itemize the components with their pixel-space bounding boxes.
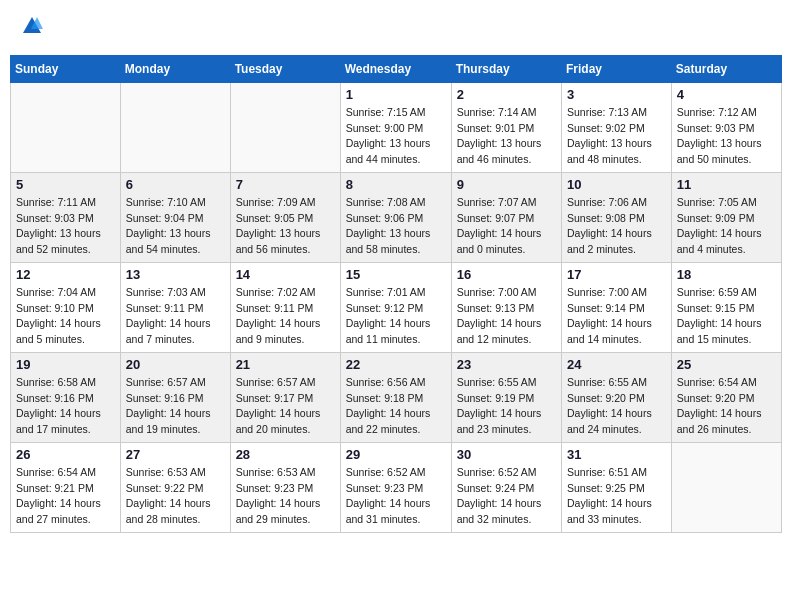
calendar-cell: 6Sunrise: 7:10 AMSunset: 9:04 PMDaylight… bbox=[120, 172, 230, 262]
calendar-cell: 9Sunrise: 7:07 AMSunset: 9:07 PMDaylight… bbox=[451, 172, 561, 262]
day-number: 7 bbox=[236, 177, 335, 192]
calendar-week-row: 1Sunrise: 7:15 AMSunset: 9:00 PMDaylight… bbox=[11, 82, 782, 172]
day-info: Sunrise: 7:04 AMSunset: 9:10 PMDaylight:… bbox=[16, 285, 115, 348]
calendar-cell: 16Sunrise: 7:00 AMSunset: 9:13 PMDayligh… bbox=[451, 262, 561, 352]
day-number: 4 bbox=[677, 87, 776, 102]
calendar-cell: 12Sunrise: 7:04 AMSunset: 9:10 PMDayligh… bbox=[11, 262, 121, 352]
day-number: 14 bbox=[236, 267, 335, 282]
calendar-week-row: 5Sunrise: 7:11 AMSunset: 9:03 PMDaylight… bbox=[11, 172, 782, 262]
day-info: Sunrise: 6:52 AMSunset: 9:24 PMDaylight:… bbox=[457, 465, 556, 528]
day-number: 10 bbox=[567, 177, 666, 192]
day-number: 18 bbox=[677, 267, 776, 282]
day-info: Sunrise: 7:06 AMSunset: 9:08 PMDaylight:… bbox=[567, 195, 666, 258]
day-info: Sunrise: 6:52 AMSunset: 9:23 PMDaylight:… bbox=[346, 465, 446, 528]
day-info: Sunrise: 6:54 AMSunset: 9:20 PMDaylight:… bbox=[677, 375, 776, 438]
day-info: Sunrise: 6:58 AMSunset: 9:16 PMDaylight:… bbox=[16, 375, 115, 438]
day-info: Sunrise: 7:03 AMSunset: 9:11 PMDaylight:… bbox=[126, 285, 225, 348]
day-info: Sunrise: 7:13 AMSunset: 9:02 PMDaylight:… bbox=[567, 105, 666, 168]
day-number: 28 bbox=[236, 447, 335, 462]
day-number: 15 bbox=[346, 267, 446, 282]
calendar-cell: 29Sunrise: 6:52 AMSunset: 9:23 PMDayligh… bbox=[340, 442, 451, 532]
day-number: 5 bbox=[16, 177, 115, 192]
day-info: Sunrise: 6:56 AMSunset: 9:18 PMDaylight:… bbox=[346, 375, 446, 438]
calendar-cell: 30Sunrise: 6:52 AMSunset: 9:24 PMDayligh… bbox=[451, 442, 561, 532]
calendar-cell: 11Sunrise: 7:05 AMSunset: 9:09 PMDayligh… bbox=[671, 172, 781, 262]
day-number: 23 bbox=[457, 357, 556, 372]
day-number: 11 bbox=[677, 177, 776, 192]
calendar-cell bbox=[11, 82, 121, 172]
day-info: Sunrise: 6:55 AMSunset: 9:20 PMDaylight:… bbox=[567, 375, 666, 438]
calendar-cell bbox=[120, 82, 230, 172]
day-info: Sunrise: 6:54 AMSunset: 9:21 PMDaylight:… bbox=[16, 465, 115, 528]
calendar-week-row: 19Sunrise: 6:58 AMSunset: 9:16 PMDayligh… bbox=[11, 352, 782, 442]
day-info: Sunrise: 7:02 AMSunset: 9:11 PMDaylight:… bbox=[236, 285, 335, 348]
calendar-cell: 8Sunrise: 7:08 AMSunset: 9:06 PMDaylight… bbox=[340, 172, 451, 262]
day-info: Sunrise: 7:05 AMSunset: 9:09 PMDaylight:… bbox=[677, 195, 776, 258]
calendar-cell: 15Sunrise: 7:01 AMSunset: 9:12 PMDayligh… bbox=[340, 262, 451, 352]
weekday-header-tuesday: Tuesday bbox=[230, 55, 340, 82]
day-number: 9 bbox=[457, 177, 556, 192]
day-info: Sunrise: 6:53 AMSunset: 9:22 PMDaylight:… bbox=[126, 465, 225, 528]
calendar-cell: 10Sunrise: 7:06 AMSunset: 9:08 PMDayligh… bbox=[562, 172, 672, 262]
weekday-header-sunday: Sunday bbox=[11, 55, 121, 82]
calendar-cell: 20Sunrise: 6:57 AMSunset: 9:16 PMDayligh… bbox=[120, 352, 230, 442]
day-number: 13 bbox=[126, 267, 225, 282]
day-info: Sunrise: 6:57 AMSunset: 9:17 PMDaylight:… bbox=[236, 375, 335, 438]
calendar-cell: 27Sunrise: 6:53 AMSunset: 9:22 PMDayligh… bbox=[120, 442, 230, 532]
calendar-table: SundayMondayTuesdayWednesdayThursdayFrid… bbox=[10, 55, 782, 533]
day-number: 16 bbox=[457, 267, 556, 282]
day-info: Sunrise: 7:10 AMSunset: 9:04 PMDaylight:… bbox=[126, 195, 225, 258]
calendar-week-row: 26Sunrise: 6:54 AMSunset: 9:21 PMDayligh… bbox=[11, 442, 782, 532]
calendar-cell: 17Sunrise: 7:00 AMSunset: 9:14 PMDayligh… bbox=[562, 262, 672, 352]
day-info: Sunrise: 7:00 AMSunset: 9:13 PMDaylight:… bbox=[457, 285, 556, 348]
calendar-cell: 19Sunrise: 6:58 AMSunset: 9:16 PMDayligh… bbox=[11, 352, 121, 442]
day-number: 21 bbox=[236, 357, 335, 372]
day-info: Sunrise: 6:59 AMSunset: 9:15 PMDaylight:… bbox=[677, 285, 776, 348]
day-number: 17 bbox=[567, 267, 666, 282]
calendar-cell: 14Sunrise: 7:02 AMSunset: 9:11 PMDayligh… bbox=[230, 262, 340, 352]
weekday-header-saturday: Saturday bbox=[671, 55, 781, 82]
weekday-header-row: SundayMondayTuesdayWednesdayThursdayFrid… bbox=[11, 55, 782, 82]
calendar-cell: 2Sunrise: 7:14 AMSunset: 9:01 PMDaylight… bbox=[451, 82, 561, 172]
calendar-cell: 7Sunrise: 7:09 AMSunset: 9:05 PMDaylight… bbox=[230, 172, 340, 262]
day-info: Sunrise: 7:08 AMSunset: 9:06 PMDaylight:… bbox=[346, 195, 446, 258]
day-number: 27 bbox=[126, 447, 225, 462]
calendar-cell: 13Sunrise: 7:03 AMSunset: 9:11 PMDayligh… bbox=[120, 262, 230, 352]
calendar-cell: 28Sunrise: 6:53 AMSunset: 9:23 PMDayligh… bbox=[230, 442, 340, 532]
day-info: Sunrise: 6:53 AMSunset: 9:23 PMDaylight:… bbox=[236, 465, 335, 528]
calendar-cell: 25Sunrise: 6:54 AMSunset: 9:20 PMDayligh… bbox=[671, 352, 781, 442]
day-info: Sunrise: 6:51 AMSunset: 9:25 PMDaylight:… bbox=[567, 465, 666, 528]
day-info: Sunrise: 7:14 AMSunset: 9:01 PMDaylight:… bbox=[457, 105, 556, 168]
day-info: Sunrise: 7:09 AMSunset: 9:05 PMDaylight:… bbox=[236, 195, 335, 258]
calendar-cell: 26Sunrise: 6:54 AMSunset: 9:21 PMDayligh… bbox=[11, 442, 121, 532]
day-number: 3 bbox=[567, 87, 666, 102]
day-number: 1 bbox=[346, 87, 446, 102]
day-number: 24 bbox=[567, 357, 666, 372]
weekday-header-wednesday: Wednesday bbox=[340, 55, 451, 82]
day-info: Sunrise: 6:55 AMSunset: 9:19 PMDaylight:… bbox=[457, 375, 556, 438]
logo bbox=[20, 15, 43, 42]
day-number: 30 bbox=[457, 447, 556, 462]
weekday-header-monday: Monday bbox=[120, 55, 230, 82]
day-info: Sunrise: 7:11 AMSunset: 9:03 PMDaylight:… bbox=[16, 195, 115, 258]
calendar-cell: 1Sunrise: 7:15 AMSunset: 9:00 PMDaylight… bbox=[340, 82, 451, 172]
calendar-cell bbox=[230, 82, 340, 172]
calendar-cell: 21Sunrise: 6:57 AMSunset: 9:17 PMDayligh… bbox=[230, 352, 340, 442]
day-info: Sunrise: 7:15 AMSunset: 9:00 PMDaylight:… bbox=[346, 105, 446, 168]
calendar-week-row: 12Sunrise: 7:04 AMSunset: 9:10 PMDayligh… bbox=[11, 262, 782, 352]
day-info: Sunrise: 7:01 AMSunset: 9:12 PMDaylight:… bbox=[346, 285, 446, 348]
calendar-cell: 3Sunrise: 7:13 AMSunset: 9:02 PMDaylight… bbox=[562, 82, 672, 172]
calendar-cell: 18Sunrise: 6:59 AMSunset: 9:15 PMDayligh… bbox=[671, 262, 781, 352]
calendar-cell: 31Sunrise: 6:51 AMSunset: 9:25 PMDayligh… bbox=[562, 442, 672, 532]
calendar-cell bbox=[671, 442, 781, 532]
calendar-cell: 5Sunrise: 7:11 AMSunset: 9:03 PMDaylight… bbox=[11, 172, 121, 262]
day-info: Sunrise: 7:07 AMSunset: 9:07 PMDaylight:… bbox=[457, 195, 556, 258]
day-info: Sunrise: 6:57 AMSunset: 9:16 PMDaylight:… bbox=[126, 375, 225, 438]
day-info: Sunrise: 7:00 AMSunset: 9:14 PMDaylight:… bbox=[567, 285, 666, 348]
day-number: 2 bbox=[457, 87, 556, 102]
day-number: 25 bbox=[677, 357, 776, 372]
logo-icon bbox=[21, 15, 43, 37]
day-number: 12 bbox=[16, 267, 115, 282]
day-number: 19 bbox=[16, 357, 115, 372]
weekday-header-friday: Friday bbox=[562, 55, 672, 82]
